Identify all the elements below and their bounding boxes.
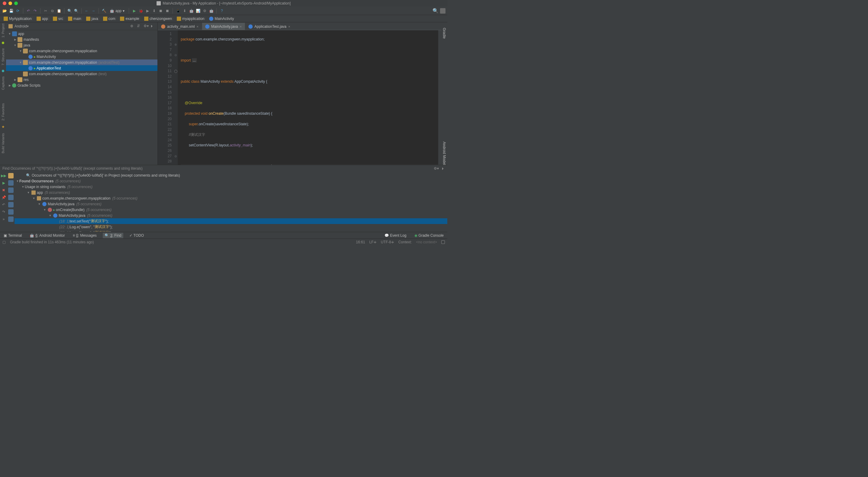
paste-icon[interactable]: 📋	[56, 8, 62, 13]
crumb-src[interactable]: src	[51, 15, 66, 22]
find-icon[interactable]: 🔍	[67, 8, 72, 13]
tree-pkg1[interactable]: com.example.chenzongwen.myapplication	[29, 49, 97, 53]
line-gutter[interactable]: 1237891011121314151617181920212223242526…	[158, 30, 174, 165]
crumb-class[interactable]: MainActivity	[207, 15, 237, 22]
tree-res[interactable]: res	[24, 77, 29, 82]
tree-java[interactable]: java	[24, 43, 30, 47]
crumb-chen[interactable]: chenzongwen	[142, 15, 175, 22]
tab-gradle-console[interactable]: ◉Gradle Console	[412, 233, 445, 238]
tree-mainactivity[interactable]: MainActivity	[37, 55, 56, 59]
tool-project[interactable]: 1: Project	[1, 24, 5, 37]
cut-icon[interactable]: ✂	[43, 8, 49, 13]
encoding[interactable]: UTF-8≑	[381, 240, 394, 244]
rerun-icon[interactable]: ⏹	[165, 8, 170, 13]
line-ending[interactable]: LF≑	[369, 240, 377, 244]
scroll-to-icon[interactable]: ⊕	[130, 24, 135, 29]
run-config-select[interactable]: 🤖 app ▾	[108, 8, 126, 13]
crumb-app[interactable]: app	[35, 15, 51, 22]
tab-activity-main[interactable]: activity_main.xml×	[158, 23, 202, 30]
project-tree[interactable]: ▼app ▶manifests ▼java ▼com.example.chenz…	[6, 30, 157, 165]
tab-applicationtest[interactable]: ApplicationTest.java×	[245, 23, 294, 30]
avd-icon[interactable]: 📱	[175, 8, 181, 13]
sync-icon[interactable]: ⟳	[15, 8, 21, 13]
crumb-com[interactable]: com	[101, 15, 119, 22]
collapse-icon[interactable]: ⇵	[137, 24, 142, 29]
stop-icon[interactable]: ✖	[1, 188, 6, 193]
gear-icon[interactable]: ⚙▾	[144, 24, 148, 29]
search-everywhere-icon[interactable]: 🔍	[433, 8, 438, 13]
crumb-project[interactable]: MyApplication	[2, 15, 35, 22]
tab-find[interactable]: 🔍3: Find	[103, 233, 123, 238]
caret-position[interactable]: 16:61	[356, 240, 365, 244]
crumb-myapp[interactable]: myapplication	[175, 15, 207, 22]
group3-icon[interactable]	[8, 202, 13, 207]
close-icon[interactable]: ×	[240, 25, 242, 28]
code-editor[interactable]: package com.example.chenzongwen.myapplic…	[178, 30, 438, 165]
tree-manifests[interactable]: manifests	[24, 37, 39, 42]
find-result-row[interactable]: (18: 1) text.setText("测试汉字");	[14, 218, 447, 224]
lock-icon[interactable]	[441, 240, 445, 244]
open-icon[interactable]: 📂	[2, 8, 7, 13]
copy-icon[interactable]: ⧉	[50, 8, 55, 13]
pin-icon[interactable]: 📌	[1, 195, 6, 200]
project-view-mode[interactable]: Android	[14, 24, 27, 28]
undo-icon[interactable]: ↶	[26, 8, 31, 13]
tool-android-model[interactable]: Android Model	[442, 142, 446, 165]
run-more-icon[interactable]: ▶	[145, 8, 150, 13]
filter-icon[interactable]	[8, 180, 13, 186]
tab-todo[interactable]: ✓TODO	[128, 233, 146, 238]
redo-icon[interactable]: ↷	[32, 8, 38, 13]
group2-icon[interactable]	[8, 195, 13, 200]
crumb-main[interactable]: main	[66, 15, 84, 22]
tab-mainactivity[interactable]: MainActivity.java×	[202, 23, 245, 30]
settings-icon[interactable]: ⚙	[202, 8, 207, 13]
rerun-icon[interactable]: ▶▶	[1, 173, 6, 178]
prev-icon[interactable]: ↶	[1, 202, 6, 207]
status-icon[interactable]: ▢	[2, 240, 6, 244]
error-stripe[interactable]	[438, 30, 441, 165]
hide-icon[interactable]: ⏵	[441, 166, 445, 171]
find-result-row[interactable]: (23: 1) Log.e("owen", "测试汉字");	[14, 230, 447, 232]
run-icon[interactable]: ▶	[1, 180, 6, 186]
more-icon[interactable]: »	[1, 216, 6, 222]
chevron-down-icon[interactable]: ▾	[27, 24, 29, 28]
tool-gradle[interactable]: Gradle	[442, 28, 446, 39]
target-icon[interactable]	[8, 173, 13, 178]
tab-event-log[interactable]: 💬Event Log	[383, 233, 408, 238]
tree-apptest[interactable]: ApplicationTest	[37, 66, 61, 70]
collapse-icon[interactable]	[8, 216, 13, 222]
user-icon[interactable]	[440, 8, 445, 13]
forward-icon[interactable]: →	[91, 8, 96, 13]
group-icon[interactable]	[8, 188, 13, 193]
tab-messages[interactable]: ≡0: Messages	[71, 233, 98, 238]
build-icon[interactable]: 🔨	[101, 8, 107, 13]
crumb-example[interactable]: example	[118, 15, 142, 22]
next-icon[interactable]: ↷	[1, 209, 6, 215]
tree-pkg2[interactable]: com.example.chenzongwen.myapplication	[29, 60, 97, 65]
gear-icon[interactable]: ⚙▾	[434, 166, 439, 171]
tool-captures[interactable]: Captures	[1, 76, 5, 90]
tree-app[interactable]: app	[18, 32, 24, 36]
find-results-tree[interactable]: 🔍Occurrences of '^((?!(\*|//)).)+[\u4e00…	[14, 172, 447, 232]
run-icon[interactable]: ▶	[131, 8, 137, 13]
tab-android-monitor[interactable]: 🤖6: Android Monitor	[28, 233, 66, 238]
monitor-icon[interactable]: 📊	[195, 8, 201, 13]
stop-icon[interactable]: ⏹	[158, 8, 163, 13]
tab-terminal[interactable]: ▣Terminal	[2, 233, 24, 238]
help-icon[interactable]: ?	[219, 8, 224, 13]
sdk-icon[interactable]: ⬇	[182, 8, 187, 13]
tool-favorites[interactable]: 2: Favorites	[1, 103, 5, 121]
expand-icon[interactable]	[8, 209, 13, 215]
tree-gradle[interactable]: Gradle Scripts	[18, 83, 40, 88]
debug-icon[interactable]: 🐞	[138, 8, 144, 13]
attach-icon[interactable]: ⬇	[151, 8, 157, 13]
ddms-icon[interactable]: 🤖	[189, 8, 194, 13]
crumb-java[interactable]: java	[84, 15, 101, 22]
find-result-row[interactable]: (22: 1) Log.e("owen", "测试汉字");	[14, 224, 447, 230]
close-icon[interactable]: ×	[196, 25, 198, 28]
hide-icon[interactable]: ⏵	[150, 24, 155, 29]
tool-buildvariants[interactable]: Build Variants	[1, 133, 5, 154]
save-icon[interactable]: 💾	[8, 8, 14, 13]
close-icon[interactable]: ×	[288, 25, 290, 28]
context-value[interactable]: <no context>	[416, 240, 437, 244]
